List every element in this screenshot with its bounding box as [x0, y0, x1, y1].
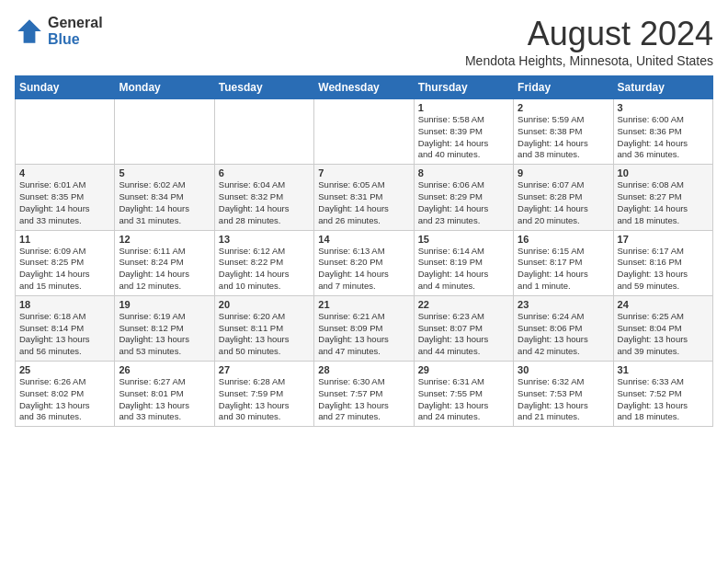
day-number: 29 [418, 364, 509, 375]
calendar-cell: 17Sunrise: 6:17 AM Sunset: 8:16 PM Dayli… [613, 230, 712, 295]
calendar-week-2: 4Sunrise: 6:01 AM Sunset: 8:35 PM Daylig… [16, 165, 713, 230]
calendar-week-5: 25Sunrise: 6:26 AM Sunset: 8:02 PM Dayli… [16, 362, 713, 427]
day-number: 24 [618, 299, 709, 310]
day-info: Sunrise: 6:00 AM Sunset: 8:36 PM Dayligh… [618, 114, 709, 161]
location-text: Mendota Heights, Minnesota, United State… [465, 53, 713, 68]
calendar-cell: 21Sunrise: 6:21 AM Sunset: 8:09 PM Dayli… [314, 295, 414, 361]
calendar-cell: 2Sunrise: 5:59 AM Sunset: 8:38 PM Daylig… [514, 99, 613, 165]
calendar-cell: 23Sunrise: 6:24 AM Sunset: 8:06 PM Dayli… [514, 295, 613, 361]
day-info: Sunrise: 6:18 AM Sunset: 8:14 PM Dayligh… [19, 311, 110, 358]
logo-general-text: General [48, 15, 103, 31]
calendar-cell: 14Sunrise: 6:13 AM Sunset: 8:20 PM Dayli… [314, 230, 414, 295]
calendar-cell: 8Sunrise: 6:06 AM Sunset: 8:29 PM Daylig… [414, 165, 513, 230]
day-number: 26 [119, 364, 210, 375]
weekday-header-tuesday: Tuesday [214, 76, 313, 99]
day-info: Sunrise: 6:15 AM Sunset: 8:17 PM Dayligh… [518, 246, 609, 293]
day-info: Sunrise: 6:19 AM Sunset: 8:12 PM Dayligh… [119, 311, 210, 358]
logo-text: General Blue [48, 15, 103, 47]
calendar-cell: 6Sunrise: 6:04 AM Sunset: 8:32 PM Daylig… [214, 165, 313, 230]
day-info: Sunrise: 5:58 AM Sunset: 8:39 PM Dayligh… [418, 114, 509, 161]
day-number: 3 [618, 102, 709, 113]
month-title: August 2024 [465, 15, 713, 53]
day-number: 4 [19, 167, 110, 178]
weekday-header-saturday: Saturday [613, 76, 712, 99]
day-number: 15 [418, 234, 509, 245]
calendar-cell [16, 99, 115, 165]
day-info: Sunrise: 6:20 AM Sunset: 8:11 PM Dayligh… [219, 311, 310, 358]
day-info: Sunrise: 6:05 AM Sunset: 8:31 PM Dayligh… [318, 179, 409, 226]
day-info: Sunrise: 6:17 AM Sunset: 8:16 PM Dayligh… [618, 246, 709, 293]
day-number: 1 [418, 102, 509, 113]
day-number: 12 [119, 234, 210, 245]
calendar-cell: 13Sunrise: 6:12 AM Sunset: 8:22 PM Dayli… [214, 230, 313, 295]
calendar-cell: 25Sunrise: 6:26 AM Sunset: 8:02 PM Dayli… [16, 362, 115, 427]
calendar-cell [214, 99, 313, 165]
calendar-cell: 11Sunrise: 6:09 AM Sunset: 8:25 PM Dayli… [16, 230, 115, 295]
calendar-week-4: 18Sunrise: 6:18 AM Sunset: 8:14 PM Dayli… [16, 295, 713, 361]
calendar-cell [314, 99, 414, 165]
calendar-week-3: 11Sunrise: 6:09 AM Sunset: 8:25 PM Dayli… [16, 230, 713, 295]
day-number: 5 [119, 167, 210, 178]
day-number: 2 [518, 102, 609, 113]
calendar-cell: 5Sunrise: 6:02 AM Sunset: 8:34 PM Daylig… [115, 165, 214, 230]
calendar-cell: 26Sunrise: 6:27 AM Sunset: 8:01 PM Dayli… [115, 362, 214, 427]
calendar-cell: 19Sunrise: 6:19 AM Sunset: 8:12 PM Dayli… [115, 295, 214, 361]
calendar-cell: 20Sunrise: 6:20 AM Sunset: 8:11 PM Dayli… [214, 295, 313, 361]
calendar-cell: 15Sunrise: 6:14 AM Sunset: 8:19 PM Dayli… [414, 230, 513, 295]
day-number: 27 [219, 364, 310, 375]
weekday-header-monday: Monday [115, 76, 214, 99]
day-number: 28 [318, 364, 409, 375]
day-number: 7 [318, 167, 409, 178]
day-info: Sunrise: 6:14 AM Sunset: 8:19 PM Dayligh… [418, 246, 509, 293]
title-area: August 2024 Mendota Heights, Minnesota, … [465, 15, 713, 68]
day-info: Sunrise: 6:08 AM Sunset: 8:27 PM Dayligh… [618, 179, 709, 226]
logo: General Blue [15, 15, 103, 47]
calendar-cell: 4Sunrise: 6:01 AM Sunset: 8:35 PM Daylig… [16, 165, 115, 230]
day-number: 16 [518, 234, 609, 245]
day-info: Sunrise: 6:21 AM Sunset: 8:09 PM Dayligh… [318, 311, 409, 358]
page-header: General Blue August 2024 Mendota Heights… [15, 15, 713, 68]
day-info: Sunrise: 6:01 AM Sunset: 8:35 PM Dayligh… [19, 179, 110, 226]
day-info: Sunrise: 6:32 AM Sunset: 7:53 PM Dayligh… [518, 376, 609, 423]
day-info: Sunrise: 6:31 AM Sunset: 7:55 PM Dayligh… [418, 376, 509, 423]
calendar-cell: 24Sunrise: 6:25 AM Sunset: 8:04 PM Dayli… [613, 295, 712, 361]
day-number: 25 [19, 364, 110, 375]
day-number: 20 [219, 299, 310, 310]
calendar-cell: 28Sunrise: 6:30 AM Sunset: 7:57 PM Dayli… [314, 362, 414, 427]
day-number: 23 [518, 299, 609, 310]
day-info: Sunrise: 6:30 AM Sunset: 7:57 PM Dayligh… [318, 376, 409, 423]
day-number: 9 [518, 167, 609, 178]
calendar-cell: 18Sunrise: 6:18 AM Sunset: 8:14 PM Dayli… [16, 295, 115, 361]
day-info: Sunrise: 6:02 AM Sunset: 8:34 PM Dayligh… [119, 179, 210, 226]
calendar-cell [115, 99, 214, 165]
day-number: 21 [318, 299, 409, 310]
day-number: 13 [219, 234, 310, 245]
calendar-cell: 7Sunrise: 6:05 AM Sunset: 8:31 PM Daylig… [314, 165, 414, 230]
day-info: Sunrise: 6:26 AM Sunset: 8:02 PM Dayligh… [19, 376, 110, 423]
calendar-body: 1Sunrise: 5:58 AM Sunset: 8:39 PM Daylig… [16, 99, 713, 427]
day-info: Sunrise: 6:13 AM Sunset: 8:20 PM Dayligh… [318, 246, 409, 293]
weekday-header-thursday: Thursday [414, 76, 513, 99]
day-info: Sunrise: 6:33 AM Sunset: 7:52 PM Dayligh… [618, 376, 709, 423]
day-info: Sunrise: 6:23 AM Sunset: 8:07 PM Dayligh… [418, 311, 509, 358]
day-info: Sunrise: 6:25 AM Sunset: 8:04 PM Dayligh… [618, 311, 709, 358]
logo-icon [15, 17, 44, 46]
day-info: Sunrise: 6:11 AM Sunset: 8:24 PM Dayligh… [119, 246, 210, 293]
calendar-cell: 29Sunrise: 6:31 AM Sunset: 7:55 PM Dayli… [414, 362, 513, 427]
calendar-cell: 9Sunrise: 6:07 AM Sunset: 8:28 PM Daylig… [514, 165, 613, 230]
weekday-header-sunday: Sunday [16, 76, 115, 99]
day-info: Sunrise: 6:24 AM Sunset: 8:06 PM Dayligh… [518, 311, 609, 358]
day-number: 8 [418, 167, 509, 178]
day-info: Sunrise: 6:27 AM Sunset: 8:01 PM Dayligh… [119, 376, 210, 423]
day-number: 18 [19, 299, 110, 310]
calendar-cell: 1Sunrise: 5:58 AM Sunset: 8:39 PM Daylig… [414, 99, 513, 165]
weekday-header-row: SundayMondayTuesdayWednesdayThursdayFrid… [16, 76, 713, 99]
day-info: Sunrise: 6:04 AM Sunset: 8:32 PM Dayligh… [219, 179, 310, 226]
day-number: 19 [119, 299, 210, 310]
calendar-cell: 12Sunrise: 6:11 AM Sunset: 8:24 PM Dayli… [115, 230, 214, 295]
calendar-table: SundayMondayTuesdayWednesdayThursdayFrid… [15, 75, 713, 427]
calendar-cell: 16Sunrise: 6:15 AM Sunset: 8:17 PM Dayli… [514, 230, 613, 295]
logo-blue-text: Blue [48, 31, 103, 48]
day-number: 11 [19, 234, 110, 245]
calendar-cell: 30Sunrise: 6:32 AM Sunset: 7:53 PM Dayli… [514, 362, 613, 427]
